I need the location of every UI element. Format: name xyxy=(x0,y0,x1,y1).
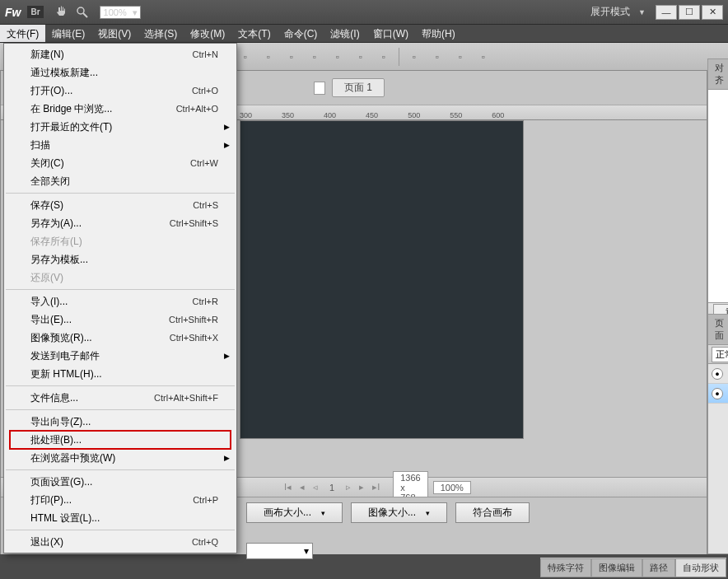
magnify-icon[interactable] xyxy=(75,5,90,20)
menu-close[interactable]: 关闭(C)Ctrl+W xyxy=(4,154,236,172)
menu-separator xyxy=(6,289,235,290)
tab-pages[interactable]: 页面 xyxy=(707,314,728,344)
tool-generic-icon[interactable]: ▫ xyxy=(258,46,279,68)
menu-exit[interactable]: 退出(X)Ctrl+Q xyxy=(4,533,236,551)
next-button[interactable]: ▹ xyxy=(343,481,354,493)
visibility-icon[interactable]: ● xyxy=(712,368,723,380)
submenu-arrow-icon: ▶ xyxy=(224,352,230,360)
menu-commands[interactable]: 命令(C) xyxy=(278,25,324,42)
menu-new-from-template[interactable]: 通过模板新建... xyxy=(4,63,236,82)
page-nav: I◂ ◂ ◃ 1 ▹ ▸ ▸I xyxy=(281,481,383,493)
menu-html-settings[interactable]: HTML 设置(L)... xyxy=(4,509,236,527)
zoom-select[interactable]: 100% xyxy=(100,6,141,19)
menu-page-setup[interactable]: 页面设置(G)... xyxy=(4,473,236,491)
file-menu-dropdown: 新建(N)Ctrl+N 通过模板新建... 打开(O)...Ctrl+O 在 B… xyxy=(3,43,237,553)
menu-batch-process[interactable]: 批处理(B)... xyxy=(9,430,231,450)
layers-panel-tabs: 页面 状态 图层 优化 ▾≡ xyxy=(707,326,728,344)
menu-import[interactable]: 导入(I)...Ctrl+R xyxy=(4,292,236,311)
menu-open-recent[interactable]: 打开最近的文件(T)▶ xyxy=(4,118,236,136)
menu-export-wizard[interactable]: 导出向导(Z)... xyxy=(4,413,236,431)
prev-page-button[interactable]: ◂ xyxy=(296,481,308,493)
layer-row-1[interactable]: ● ▼ 层 1 xyxy=(708,384,728,404)
menu-revert: 还原(V) xyxy=(4,268,236,287)
minimize-button[interactable]: — xyxy=(656,5,677,20)
tab-align[interactable]: 对齐 xyxy=(707,58,728,89)
page-tab[interactable]: 页面 1 xyxy=(332,78,385,97)
canvas-size-button[interactable]: 画布大小... xyxy=(246,502,343,523)
menu-help[interactable]: 帮助(H) xyxy=(415,25,462,42)
panels: 对齐 历史记录 信息 ▾≡ 重放 ⧉ ▫ 页面 状态 图层 优化 ▾≡ 正常 不… xyxy=(707,71,728,554)
visibility-icon[interactable]: ● xyxy=(712,388,723,399)
menu-modify[interactable]: 修改(M) xyxy=(184,25,231,42)
fit-canvas-button[interactable]: 符合画布 xyxy=(455,502,530,523)
submenu-arrow-icon: ▶ xyxy=(224,141,230,149)
menu-view[interactable]: 视图(V) xyxy=(91,25,138,42)
menu-new[interactable]: 新建(N)Ctrl+N xyxy=(4,45,236,63)
menu-save-all: 保存所有(L) xyxy=(4,232,236,250)
tab-special-chars[interactable]: 特殊字符 xyxy=(540,558,591,577)
tab-path[interactable]: 路径 xyxy=(642,558,675,577)
maximize-button[interactable]: ☐ xyxy=(679,5,700,20)
prev-button[interactable]: ◃ xyxy=(310,481,321,493)
layers-options: 正常 不透明度 100 ▾ xyxy=(707,344,728,364)
history-list[interactable] xyxy=(707,89,728,303)
submenu-arrow-icon: ▶ xyxy=(224,454,230,462)
tool-generic-icon[interactable]: ▫ xyxy=(350,46,371,68)
menu-separator xyxy=(6,409,235,410)
canvas[interactable] xyxy=(240,120,524,439)
menu-select[interactable]: 选择(S) xyxy=(138,25,184,42)
menu-image-preview[interactable]: 图像预览(R)...Ctrl+Shift+X xyxy=(4,329,236,347)
menu-browse-in-bridge[interactable]: 在 Bridge 中浏览...Ctrl+Alt+O xyxy=(4,100,236,118)
menu-preview-browser[interactable]: 在浏览器中预览(W)▶ xyxy=(4,449,236,467)
tool-generic-icon[interactable]: ▫ xyxy=(327,46,348,68)
hand-icon[interactable] xyxy=(54,5,68,20)
page-icon xyxy=(314,82,325,95)
menu-separator xyxy=(6,469,235,470)
menu-scan[interactable]: 扫描▶ xyxy=(4,136,236,154)
menu-save-template[interactable]: 另存为模板... xyxy=(4,250,236,268)
expand-mode-label[interactable]: 展开模式 xyxy=(586,5,635,19)
last-page-button[interactable]: ▸I xyxy=(369,481,383,493)
tool-generic-icon[interactable]: ▫ xyxy=(304,46,325,68)
close-button[interactable]: ✕ xyxy=(702,5,723,20)
next-page-button[interactable]: ▸ xyxy=(356,481,367,493)
menu-file-info[interactable]: 文件信息...Ctrl+Alt+Shift+F xyxy=(4,389,236,407)
menu-separator xyxy=(6,530,235,530)
tool-generic-icon[interactable]: ▫ xyxy=(281,46,302,68)
menu-open[interactable]: 打开(O)...Ctrl+O xyxy=(4,82,236,100)
menu-print[interactable]: 打印(P)...Ctrl+P xyxy=(4,491,236,509)
menu-edit[interactable]: 编辑(E) xyxy=(45,25,91,42)
zoom-level[interactable]: 100% xyxy=(433,481,471,494)
chevron-down-icon[interactable]: ▼ xyxy=(635,8,649,16)
menu-save[interactable]: 保存(S)Ctrl+S xyxy=(4,196,236,214)
tool-generic-icon[interactable]: ▫ xyxy=(450,46,471,68)
svg-point-0 xyxy=(77,7,84,14)
menu-window[interactable]: 窗口(W) xyxy=(366,25,415,42)
tool-generic-icon[interactable]: ▫ xyxy=(373,46,394,68)
menu-filters[interactable]: 滤镜(I) xyxy=(324,25,366,42)
menu-save-as[interactable]: 另存为(A)...Ctrl+Shift+S xyxy=(4,214,236,232)
menu-export[interactable]: 导出(E)...Ctrl+Shift+R xyxy=(4,311,236,329)
tab-autoshape[interactable]: 自动形状 xyxy=(675,558,726,577)
first-page-button[interactable]: I◂ xyxy=(281,481,295,493)
menu-file[interactable]: 文件(F) xyxy=(0,25,45,42)
page-number: 1 xyxy=(323,483,341,493)
tool-generic-icon[interactable]: ▫ xyxy=(235,46,256,68)
menu-send-email[interactable]: 发送到电子邮件▶ xyxy=(4,347,236,365)
menu-close-all[interactable]: 全部关闭 xyxy=(4,172,236,190)
bridge-badge[interactable]: Br xyxy=(27,6,43,18)
menu-separator xyxy=(6,193,235,194)
tool-generic-icon[interactable]: ▫ xyxy=(404,46,425,68)
tab-image-edit[interactable]: 图像编辑 xyxy=(591,558,642,577)
image-size-button[interactable]: 图像大小... xyxy=(351,502,447,523)
tool-generic-icon[interactable]: ▫ xyxy=(473,46,494,68)
tool-generic-icon[interactable]: ▫ xyxy=(427,46,448,68)
svg-line-1 xyxy=(83,13,87,17)
menu-separator xyxy=(6,385,235,386)
menu-text[interactable]: 文本(T) xyxy=(231,25,277,42)
blend-mode-select[interactable]: 正常 xyxy=(712,347,728,362)
layer-row-web[interactable]: ● ▼ 网页层 xyxy=(708,364,728,384)
menu-update-html[interactable]: 更新 HTML(H)... xyxy=(4,365,236,383)
options-select[interactable] xyxy=(246,543,313,559)
title-bar: Fw Br 100% 展开模式 ▼ — ☐ ✕ xyxy=(0,0,728,25)
